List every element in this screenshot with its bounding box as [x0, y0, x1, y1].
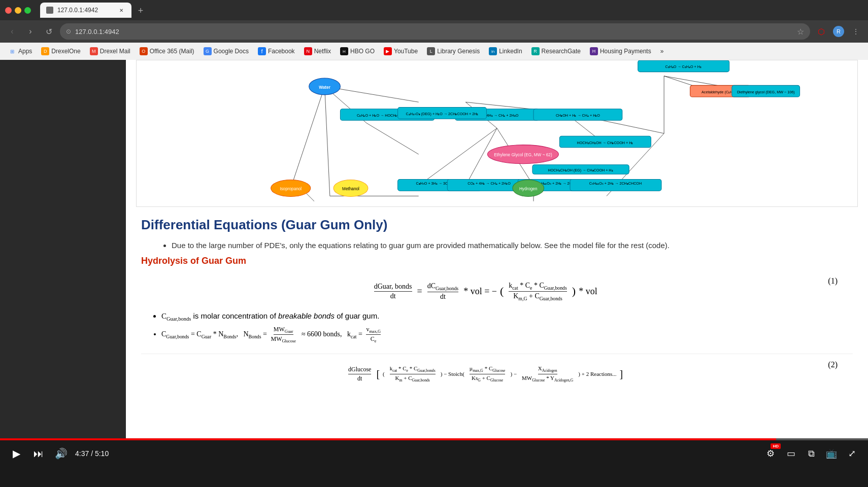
eq2-den2: Km + CGuar,bonds: [395, 374, 430, 382]
bookmark-hbogo[interactable]: H HBO GO: [336, 45, 379, 57]
bookmark-google-docs[interactable]: G Google Docs: [199, 45, 253, 57]
bookmark-housing[interactable]: H Housing Payments: [586, 45, 655, 57]
subtitles-button[interactable]: ▭: [783, 445, 799, 462]
eq2-term3: ) −: [510, 371, 517, 377]
svg-text:CO₂ + 4H₂ → CH₄ + 2H₂O: CO₂ + 4H₂ → CH₄ + 2H₂O: [468, 181, 511, 186]
svg-text:Isopropanol: Isopropanol: [280, 187, 302, 191]
minimize-button[interactable]: [15, 7, 21, 14]
libgen-icon: L: [427, 47, 435, 55]
bookmark-drexel-mail[interactable]: M Drexel Mail: [86, 45, 135, 57]
forward-button[interactable]: ›: [23, 24, 38, 39]
bookmark-housing-label: Housing Payments: [600, 48, 651, 55]
svg-line-3: [293, 86, 325, 180]
play-icon: ▶: [13, 447, 20, 460]
svg-line-12: [419, 128, 497, 186]
progress-bar[interactable]: [0, 438, 868, 440]
bookmark-linkedin[interactable]: in LinkedIn: [485, 45, 526, 57]
refresh-button[interactable]: ↺: [42, 24, 56, 39]
c-guar-bonds-label: CGuar,bonds: [161, 312, 191, 320]
hbogo-icon: H: [340, 47, 348, 55]
settings-button[interactable]: ⚙ HD: [762, 445, 779, 462]
chemical-diagram: C₂H₄O + H₂O → HOCH₂CH₂OH (ES) CO₂ + 4H₂ …: [136, 60, 858, 207]
fullscreen-button[interactable]: ⤢: [844, 445, 860, 462]
nbonds-den: MWGlucose: [271, 335, 295, 343]
office365-icon: O: [140, 47, 148, 55]
eq2-frac4: XAcidogen MWGlucose * YAcidogen,G: [522, 365, 573, 382]
eq2-bracket-close: ]: [620, 368, 623, 380]
bookmark-drexel-mail-label: Drexel Mail: [100, 48, 130, 55]
eq1-paren-close: ): [572, 285, 576, 298]
bookmark-drexelone[interactable]: D DrexelOne: [37, 45, 84, 57]
equation-2-math: dGlucose dt [ ( kcat * Ce * CGuar,bonds …: [141, 360, 828, 387]
new-tab-button[interactable]: +: [133, 4, 148, 18]
progress-bar-fill: [0, 438, 776, 440]
skip-icon: ⏭: [34, 448, 44, 460]
eq2-frac1: dGlucose dt: [348, 366, 371, 382]
svg-text:Methanol: Methanol: [342, 187, 359, 191]
close-button[interactable]: [5, 7, 12, 14]
bookmark-more[interactable]: »: [656, 46, 668, 57]
section-title: Differential Equations (Guar Gum Only): [141, 217, 853, 233]
bookmark-star-icon[interactable]: ☆: [797, 27, 804, 37]
maximize-button[interactable]: [24, 7, 31, 14]
browser-chrome: 127.0.0.1:4942 ✕ + ‹ › ↺ ⊙ 127.0.0.1:494…: [0, 0, 868, 60]
eq1-frac1: dGuar, bonds dt: [374, 283, 412, 300]
sidebar: [0, 60, 126, 438]
skip-forward-button[interactable]: ⏭: [30, 445, 47, 462]
eq2-frac2: kcat * Ce * CGuar,bonds Km + CGuar,bonds: [390, 365, 436, 382]
bookmark-google-docs-label: Google Docs: [214, 48, 249, 55]
total-time: 5:10: [95, 449, 109, 458]
svg-text:CH₃OH + H₂ → CH₄ + H₂O: CH₃OH + H₂ → CH₄ + H₂O: [556, 113, 600, 118]
pip-button[interactable]: ⧉: [803, 445, 819, 462]
title-bar: 127.0.0.1:4942 ✕ +: [0, 0, 868, 20]
bookmarks-bar: ⊞ Apps D DrexelOne M Drexel Mail O Offic…: [0, 43, 868, 60]
volume-button[interactable]: 🔊: [53, 445, 69, 462]
eq1-num3: kcat * Ce * CGuar,bonds: [509, 282, 567, 292]
eq2-ellipsis: ) + 2 Reactions...: [578, 371, 616, 377]
bookmark-apps[interactable]: ⊞ Apps: [4, 45, 36, 57]
bookmark-youtube-label: YouTube: [394, 48, 418, 55]
bookmark-netflix[interactable]: N Netflix: [300, 45, 335, 57]
bookmark-facebook[interactable]: f Facebook: [254, 45, 299, 57]
eq1-num1: dGuar, bonds: [374, 283, 412, 292]
equation-2-number: (2): [828, 360, 838, 369]
bookmark-youtube[interactable]: ▶ YouTube: [380, 45, 422, 57]
bookmark-office365-label: Office 365 (Mail): [150, 48, 194, 55]
eq1-times2: * vol: [579, 286, 597, 297]
equation-1: (1) dGuar, bonds dt = dCGuar,bonds dt * …: [141, 276, 853, 306]
eq1-frac2: dCGuar,bonds dt: [427, 282, 458, 301]
housing-icon: H: [590, 47, 598, 55]
nav-right-icons: ⬡ R ⋮: [814, 24, 863, 39]
address-bar[interactable]: ⊙ 127.0.0.1:4942 ☆: [60, 23, 810, 40]
svg-text:Diethylene glycol (DEG, MW ~ 1: Diethylene glycol (DEG, MW ~ 106): [737, 90, 795, 94]
traffic-lights: [5, 7, 31, 14]
time-separator: /: [91, 449, 95, 458]
active-tab[interactable]: 127.0.0.1:4942 ✕: [40, 3, 131, 18]
security-icon: ⊙: [66, 28, 71, 35]
eq2-den1: dt: [357, 374, 362, 382]
back-button[interactable]: ‹: [5, 24, 19, 39]
video-content: C₂H₄O + H₂O → HOCH₂CH₂OH (ES) CO₂ + 4H₂ …: [126, 60, 868, 438]
controls-right: ⚙ HD ▭ ⧉ 📺 ⤢: [762, 445, 860, 462]
bullet2-text2: of guar gum.: [337, 311, 379, 320]
svg-line-4: [325, 86, 330, 196]
kcat-frac: vmax,G Ce: [366, 326, 381, 344]
play-pause-button[interactable]: ▶: [8, 445, 24, 462]
bullet3-approx: ≈ 6600 bonds, kcat =: [299, 330, 362, 338]
bookmark-libgen[interactable]: L Library Genesis: [423, 45, 484, 57]
menu-button[interactable]: ⋮: [849, 24, 863, 39]
bookmark-office365[interactable]: O Office 365 (Mail): [136, 45, 198, 57]
user-profile-icon[interactable]: R: [831, 24, 846, 39]
cast-button[interactable]: 📺: [823, 445, 840, 462]
svg-text:Water: Water: [319, 85, 330, 90]
svg-text:HOCH₂CH₂OH (EG) → CH₃COOH + H₂: HOCH₂CH₂OH (EG) → CH₃COOH + H₂: [548, 168, 613, 172]
bookmark-linkedin-label: LinkedIn: [499, 48, 522, 55]
bookmark-facebook-label: Facebook: [268, 48, 295, 55]
extensions-icon[interactable]: ⬡: [814, 24, 828, 39]
bookmark-researchgate[interactable]: R ResearchGate: [527, 45, 585, 57]
equation-1-number: (1): [828, 276, 838, 286]
youtube-icon: ▶: [384, 47, 392, 55]
bullet2-text: is molar concentration of: [193, 311, 278, 320]
url-text: 127.0.0.1:4942: [75, 28, 793, 36]
tab-close-button[interactable]: ✕: [117, 6, 125, 14]
